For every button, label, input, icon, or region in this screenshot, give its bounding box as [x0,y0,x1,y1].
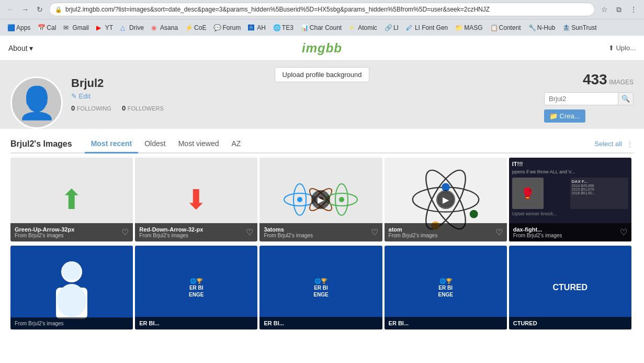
tab-az[interactable]: AZ [225,135,247,153]
heart-icon-4[interactable]: ♡ [620,227,627,237]
bi-text-1: 🌐🏆ER BIENGE [189,278,204,298]
bookmark-suntrust[interactable]: 🏦 SunTrust [559,23,600,33]
nav-buttons: ← → ↻ [4,3,46,16]
image-tile-bi-2[interactable]: 🌐🏆ER BIENGE ER BI... [259,246,382,329]
bookmark-asana[interactable]: ◉ Asana [148,23,181,33]
followers-stat: 0 FOLLOWERS [122,104,164,112]
bookmark-forum[interactable]: 💬 Forum [210,23,244,33]
bookmark-gmail[interactable]: ✉ Gmail [60,23,92,33]
image-tile-3atoms[interactable]: ▶ 3atoms From Brjul2's images ♡ [259,158,382,241]
tile-caption-red-arrow: Red-Down-Arrow-32-px From Brjul2's image… [135,223,257,241]
image-tile-atom[interactable]: ▶ atom From Brjul2's images ♡ [385,158,507,241]
dax-thumb-icon: 🥊 [521,187,534,200]
bookmark-drive[interactable]: △ Drive [117,23,147,33]
tile-source-atom: From Brjul2's images [389,233,503,238]
bookmark-yt[interactable]: ▶ YT [93,23,116,33]
image-tile-ctured[interactable]: CTURED CTURED [509,246,631,329]
arrow-down-icon: ⬇ [185,186,208,213]
search-input[interactable] [545,93,618,105]
heart-icon-1[interactable]: ♡ [246,227,253,237]
tab-most-viewed[interactable]: Most viewed [172,135,225,153]
bookmark-button[interactable]: ☆ [598,3,611,16]
create-album-button[interactable]: 📁 Crea... [544,109,585,123]
bookmark-li[interactable]: 🔗 LI [381,23,402,33]
images-label: IMAGES [609,79,634,86]
browser-actions: ☆ ⧉ ⋮ [598,3,640,16]
suntrust-icon: 🏦 [562,24,570,31]
tile-source-red-arrow: From Brjul2's images [139,233,253,238]
extensions-button[interactable]: ⧉ [613,3,625,16]
forward-button[interactable]: → [19,3,31,16]
apps-icon: 🟦 [7,24,15,31]
bookmark-coe-label: CoE [194,24,206,31]
image-tile-dax[interactable]: IT!!! ppens if we throw ALL and V... 🥊 D… [509,158,631,241]
followers-label: FOLLOWERS [128,105,164,112]
about-menu[interactable]: About ▾ [8,44,33,52]
bookmark-masg[interactable]: 📁 MASG [452,23,485,33]
bookmark-atomic[interactable]: ⚛ Atomic [346,23,380,33]
gmail-icon: ✉ [63,24,71,31]
svg-point-14 [469,210,478,218]
bookmark-li-label: LI [393,24,399,31]
tile-source-green-arrow: From Brjul2's images [15,233,129,238]
heart-icon-0[interactable]: ♡ [121,227,129,237]
bookmark-ah[interactable]: 🅰 AH [245,23,269,33]
forum-icon: 💬 [213,24,221,31]
masg-icon: 📁 [455,24,462,31]
charcount-icon: 📊 [301,24,308,31]
image-tile-red-arrow[interactable]: ⬇ Red-Down-Arrow-32-px From Brjul2's ima… [135,158,257,241]
tabs-row: Brjul2's Images Most recent Oldest Most … [10,129,634,153]
images-count: 433 [583,71,607,87]
tab-oldest[interactable]: Oldest [138,135,172,153]
image-tile-bi-3[interactable]: 🌐🏆ER BIENGE ER BI... [385,246,507,329]
li-icon: 🔗 [385,24,392,31]
upload-button-nav[interactable]: ⬆ Uplo... [608,44,636,52]
heart-icon-2[interactable]: ♡ [371,227,378,237]
search-icon: 🔍 [618,93,633,105]
yt-icon: ▶ [96,24,104,31]
te3-icon: 🌐 [273,24,280,31]
tab-most-recent[interactable]: Most recent [85,135,139,153]
bookmark-coe[interactable]: ⚡ CoE [182,23,209,33]
tile-caption-3atoms: 3atoms From Brjul2's images [259,223,382,241]
bookmark-nhub[interactable]: 🔧 N-Hub [525,23,559,33]
bookmark-te3[interactable]: 🌐 TE3 [270,23,297,33]
bookmark-drive-label: Drive [129,24,144,31]
bookmark-nhub-label: N-Hub [537,24,556,31]
tile-name-ctured: CTURED [513,320,627,326]
heart-icon-3[interactable]: ♡ [495,227,503,237]
bookmark-charcount[interactable]: 📊 Char Count [298,23,345,33]
bookmark-cal[interactable]: 📅 Cal [35,23,59,33]
tile-caption-bi-3: ER BI... [385,317,507,329]
bookmark-content[interactable]: 📋 Content [487,23,524,33]
ctured-text: CTURED [553,283,588,292]
bookmark-li-font-gen-label: LI Font Gen [415,24,448,31]
top-nav: About ▾ imgbb ⬆ Uplo... [0,36,644,61]
bookmark-ah-label: AH [257,24,266,31]
profile-header: Upload profile background 👤 Brjul2 ✎ Edi… [0,61,644,129]
upload-profile-background-button[interactable]: Upload profile background [275,67,370,82]
dax-thumbnail: 🥊 [512,178,544,209]
bookmark-forum-label: Forum [222,24,241,31]
image-tile-green-arrow[interactable]: ⬆ Green-Up-Arrow-32px From Brjul2's imag… [10,158,133,241]
page-content: About ▾ imgbb ⬆ Uplo... Upload profile b… [0,36,644,363]
bi-text-2: 🌐🏆ER BIENGE [313,278,328,298]
site-title: imgbb [302,41,342,56]
back-button[interactable]: ← [4,3,17,16]
more-options-icon[interactable]: ⋮ [626,140,634,148]
select-all-button[interactable]: Select all [594,140,622,148]
address-bar[interactable]: 🔒 brjul2.imgbb.com/?list=images&sort=dat… [49,3,595,16]
image-tile-person-blue[interactable]: From Brjul2's images [10,246,133,329]
reload-button[interactable]: ↻ [33,3,46,16]
play-button-3atoms[interactable]: ▶ [311,190,330,209]
svg-point-2 [297,197,302,202]
images-count-row: 433 IMAGES [544,71,634,88]
tile-name-bi-2: ER BI... [264,320,378,326]
tile-name-dax: dax-fight... [513,226,627,233]
bookmark-li-font-gen[interactable]: 🖊 LI Font Gen [403,23,451,33]
play-button-atom[interactable]: ▶ [436,190,455,209]
bookmark-apps[interactable]: 🟦 Apps [4,23,33,33]
image-tile-bi-1[interactable]: 🌐🏆ER BIENGE ER BI... [135,246,257,329]
tile-name-3atoms: 3atoms [264,226,378,233]
menu-button[interactable]: ⋮ [627,3,640,16]
